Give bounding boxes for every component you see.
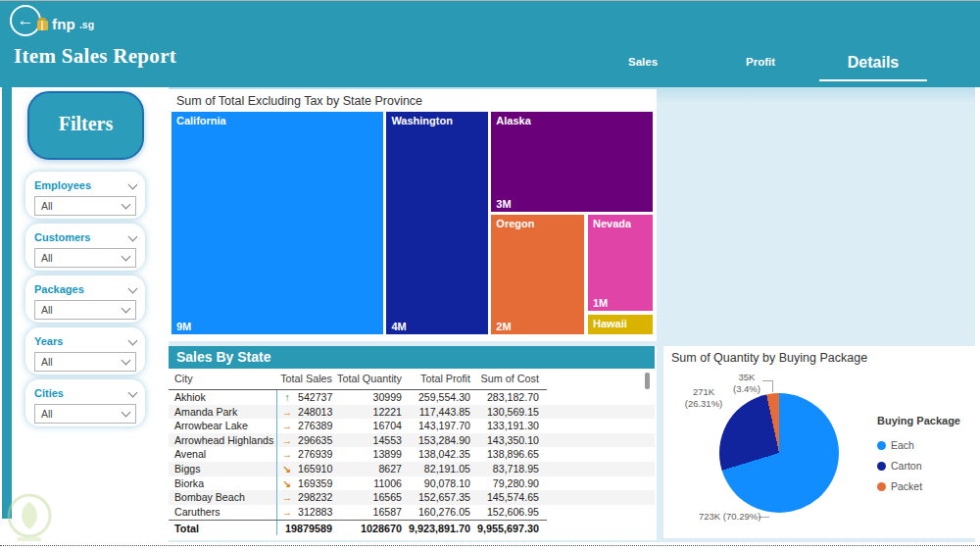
trend-flat-icon: → xyxy=(276,405,298,420)
column-header[interactable]: Total Profit xyxy=(402,369,470,389)
table-row[interactable]: Biggs↘165910862782,191.0583,718.95 xyxy=(169,462,655,476)
table-row[interactable]: Akhiok↑54273730999259,554.30283,182.70 xyxy=(169,390,655,405)
tile-value: 1M xyxy=(593,297,608,309)
cell-total-sales: 276939 xyxy=(298,447,332,462)
cell-total-profit: 259,554.30 xyxy=(402,390,470,405)
cell-total-profit: 90,078.10 xyxy=(402,476,470,491)
filter-select-value: All xyxy=(41,304,53,316)
pie-label-each: 723K (70.29%) xyxy=(699,511,807,523)
table-row[interactable]: Caruthers→31288316587160,276.05152,606.9… xyxy=(169,505,655,520)
trend-flat-icon: → xyxy=(276,419,298,433)
treemap-tile-nevada[interactable]: Nevada1M xyxy=(587,214,654,312)
table-row[interactable]: Avenal→27693913899138,042.35138,896.65 xyxy=(169,447,655,462)
filter-group-packages: PackagesAll xyxy=(25,275,145,323)
left-accent-bar xyxy=(2,87,12,519)
total-cell: 1028670 xyxy=(332,521,402,536)
cell-total-profit: 152,657.35 xyxy=(402,490,470,505)
column-header[interactable]: Total Sales xyxy=(276,369,332,389)
column-header[interactable]: Sum of Cost xyxy=(470,369,539,389)
tab-profit[interactable]: Profit xyxy=(702,56,819,68)
legend-label: Each xyxy=(891,439,914,451)
filter-cards: EmployeesAllCustomersAllPackagesAllYears… xyxy=(25,172,145,431)
tile-name: Nevada xyxy=(593,218,631,229)
legend-item-each[interactable]: Each xyxy=(877,439,922,451)
filter-select[interactable]: All xyxy=(34,300,136,320)
cell-total-quantity: 13899 xyxy=(332,447,402,462)
tile-name: Hawaii xyxy=(593,318,627,329)
legend-swatch xyxy=(877,462,886,471)
logo-suffix: .sg xyxy=(79,19,94,30)
table-row[interactable]: Bombay Beach→29823216565152,657.35145,57… xyxy=(169,490,655,505)
trend-down-icon: ↘ xyxy=(276,476,298,491)
total-cell: 19879589 xyxy=(276,521,332,536)
filter-select[interactable]: All xyxy=(34,404,136,424)
filter-card-header: Customers xyxy=(34,229,136,245)
cell-total-sales: 542737 xyxy=(298,390,332,405)
chevron-down-icon[interactable] xyxy=(129,228,136,246)
table-row[interactable]: Arrowhead Highlands→29663514553153,284.9… xyxy=(169,433,655,448)
cell-sum-of-cost: 283,182.70 xyxy=(470,390,539,405)
cell-total-quantity: 14553 xyxy=(332,433,402,448)
filter-card-header: Cities xyxy=(34,385,136,401)
filter-card-header: Employees xyxy=(34,177,136,193)
tile-value: 9M xyxy=(176,321,191,332)
cell-city: Bombay Beach xyxy=(169,490,276,505)
total-cell: 9,955,697.30 xyxy=(470,521,539,536)
filters-button[interactable]: Filters xyxy=(27,91,144,160)
bottom-dotted-line xyxy=(0,545,980,546)
cell-city: Akhiok xyxy=(169,390,276,405)
treemap-tile-washington[interactable]: Washington4M xyxy=(385,111,489,335)
treemap-panel: Sum of Total Excluding Tax by State Prov… xyxy=(169,89,657,341)
tab-sales[interactable]: Sales xyxy=(584,56,702,68)
cell-sum-of-cost: 133,191.30 xyxy=(470,419,539,433)
tile-value: 3M xyxy=(496,198,511,210)
treemap-tile-alaska[interactable]: Alaska3M xyxy=(490,111,654,213)
filter-select[interactable]: All xyxy=(34,196,136,216)
cell-sum-of-cost: 145,574.65 xyxy=(470,490,539,505)
pie-chart[interactable] xyxy=(719,393,839,513)
table-row[interactable]: Biorka↘1693591100690,078.1079,280.90 xyxy=(169,476,655,491)
cell-total-sales: 169359 xyxy=(298,476,332,491)
chevron-down-icon[interactable] xyxy=(129,280,136,298)
pie-label-line: 723K (70.29%) xyxy=(699,511,807,523)
cell-total-profit: 143,197.70 xyxy=(402,419,470,433)
trend-up-icon: ↑ xyxy=(276,390,298,405)
trend-flat-icon: → xyxy=(276,505,298,520)
legend-label: Packet xyxy=(891,480,922,492)
treemap-tile-hawaii[interactable]: Hawaii xyxy=(587,314,654,335)
chevron-down-icon[interactable] xyxy=(129,384,136,402)
filter-select[interactable]: All xyxy=(34,352,136,372)
filter-label: Packages xyxy=(34,283,84,295)
tab-details[interactable]: Details xyxy=(819,54,927,81)
cell-total-profit: 160,276.05 xyxy=(402,505,470,520)
filter-select[interactable]: All xyxy=(34,248,136,268)
table-scrollbar-thumb[interactable] xyxy=(645,373,650,389)
tile-name: Washington xyxy=(391,115,453,126)
chevron-down-icon[interactable] xyxy=(129,176,136,194)
pie-label-line: (3.4%) xyxy=(716,383,777,395)
cell-total-quantity: 30999 xyxy=(332,390,402,405)
chevron-glyph xyxy=(128,180,138,190)
table-row[interactable]: Amanda Park→24801312221117,443.85130,569… xyxy=(169,405,655,420)
treemap-title: Sum of Total Excluding Tax by State Prov… xyxy=(176,94,422,108)
column-header[interactable]: City xyxy=(169,369,276,389)
cell-total-quantity: 16587 xyxy=(332,505,402,520)
cell-sum-of-cost: 138,896.65 xyxy=(470,447,539,462)
treemap-tile-california[interactable]: California9M xyxy=(171,111,384,335)
chevron-down-icon[interactable] xyxy=(129,332,136,350)
filter-select-value: All xyxy=(41,356,53,368)
cell-city: Amanda Park xyxy=(169,405,276,420)
cell-total-sales: 276389 xyxy=(298,419,332,433)
tile-value: 4M xyxy=(391,321,406,332)
chevron-glyph xyxy=(122,200,131,210)
chevron-glyph xyxy=(122,304,131,314)
treemap-tile-oregon[interactable]: Oregon2M xyxy=(490,214,585,335)
cell-total-quantity: 12221 xyxy=(332,405,402,420)
tile-value: 2M xyxy=(496,321,511,332)
column-header[interactable]: Total Quantity xyxy=(332,369,402,389)
watermark-logo xyxy=(6,492,55,543)
app-header: ← fnp .sg Item Sales Report SalesProfitD… xyxy=(0,1,980,87)
legend-item-packet[interactable]: Packet xyxy=(877,480,922,492)
table-row[interactable]: Arrowbear Lake→27638916704143,197.70133,… xyxy=(169,419,655,433)
legend-item-carton[interactable]: Carton xyxy=(877,460,922,472)
